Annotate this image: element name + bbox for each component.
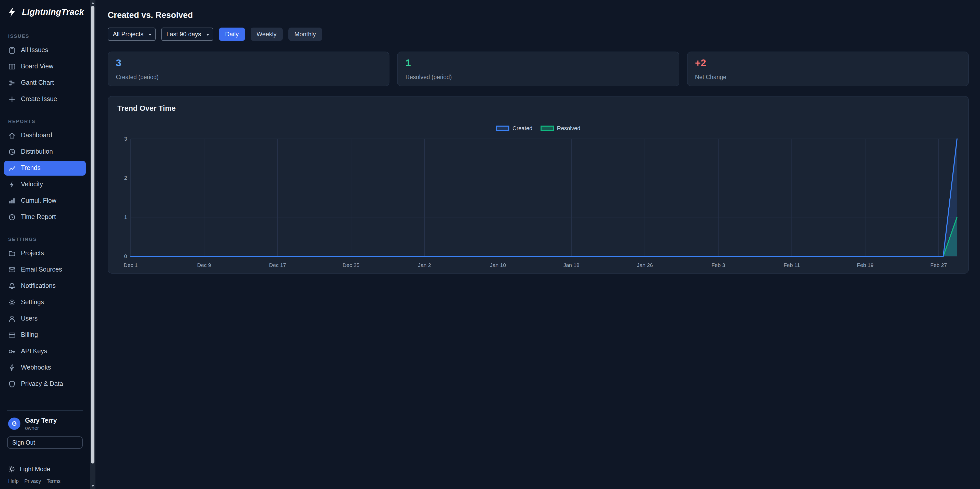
sidebar-item-label: Distribution <box>21 148 53 155</box>
svg-text:Dec 25: Dec 25 <box>342 262 360 268</box>
sidebar-item-projects[interactable]: Projects <box>4 246 86 261</box>
chart-title: Trend Over Time <box>115 104 961 112</box>
credit-card-icon <box>8 331 16 339</box>
privacy-link[interactable]: Privacy <box>24 478 41 484</box>
legend-swatch <box>496 126 509 131</box>
granularity-weekly-button[interactable]: Weekly <box>250 27 283 41</box>
sidebar-item-trends[interactable]: Trends <box>4 161 86 175</box>
legend-item-resolved[interactable]: Resolved <box>541 125 580 131</box>
project-filter-wrap: All Projects <box>108 27 156 41</box>
scrollbar-down-arrow-icon[interactable] <box>91 485 94 487</box>
sidebar-item-distribution[interactable]: Distribution <box>4 144 86 159</box>
zap-outline-icon <box>8 364 16 371</box>
sidebar-item-label: Users <box>21 315 38 322</box>
sidebar-item-notifications[interactable]: Notifications <box>4 279 86 293</box>
svg-text:Feb 11: Feb 11 <box>783 262 800 268</box>
sidebar-item-label: Notifications <box>21 282 56 290</box>
sidebar-item-label: Create Issue <box>21 96 57 103</box>
svg-text:Jan 18: Jan 18 <box>563 262 579 268</box>
bell-icon <box>8 282 16 290</box>
sidebar-item-label: Gantt Chart <box>21 79 54 86</box>
sidebar-item-privacy-data[interactable]: Privacy & Data <box>4 376 86 391</box>
sidebar-item-board-view[interactable]: Board View <box>4 59 86 74</box>
user-card: G Gary Terry owner <box>0 416 90 432</box>
scrollbar-thumb[interactable] <box>91 6 94 464</box>
sidebar-item-velocity[interactable]: Velocity <box>4 177 86 192</box>
chart-legend: CreatedResolved <box>115 124 961 132</box>
svg-text:0: 0 <box>124 253 127 259</box>
svg-text:1: 1 <box>124 214 127 220</box>
sidebar-item-label: Webhooks <box>21 364 51 371</box>
terms-link[interactable]: Terms <box>47 478 60 484</box>
sun-icon <box>8 465 15 473</box>
theme-toggle[interactable]: Light Mode <box>0 462 90 475</box>
sidebar-item-create-issue[interactable]: Create Issue <box>4 92 86 107</box>
legend-label: Created <box>512 125 532 131</box>
page-title: Created vs. Resolved <box>108 10 969 20</box>
sidebar-item-billing[interactable]: Billing <box>4 327 86 342</box>
footer-links: Help Privacy Terms <box>0 475 90 489</box>
granularity-monthly-button[interactable]: Monthly <box>288 27 322 41</box>
theme-toggle-label: Light Mode <box>20 465 50 473</box>
sidebar-item-label: Email Sources <box>21 266 62 273</box>
svg-text:Dec 1: Dec 1 <box>124 262 138 268</box>
shield-icon <box>8 380 16 388</box>
stat-label: Created (period) <box>116 74 382 80</box>
sidebar-item-label: Time Report <box>21 213 56 220</box>
svg-text:Feb 3: Feb 3 <box>711 262 725 268</box>
user-role: owner <box>25 425 57 431</box>
key-icon <box>8 347 16 355</box>
stat-label: Resolved (period) <box>406 74 671 80</box>
plus-icon <box>8 95 16 103</box>
sidebar-scrollbar <box>90 0 95 489</box>
sidebar-item-users[interactable]: Users <box>4 311 86 326</box>
sidebar-item-cumul-flow[interactable]: Cumul. Flow <box>4 193 86 208</box>
scrollbar-up-arrow-icon[interactable] <box>91 2 94 4</box>
envelope-icon <box>8 266 16 273</box>
user-name: Gary Terry <box>25 417 57 424</box>
app-name: LightningTrack <box>22 7 84 17</box>
legend-swatch <box>541 126 554 131</box>
sign-out-button[interactable]: Sign Out <box>7 436 83 449</box>
sidebar-item-settings[interactable]: Settings <box>4 295 86 310</box>
sidebar-item-label: Privacy & Data <box>21 380 63 387</box>
svg-text:Feb 19: Feb 19 <box>857 262 873 268</box>
sidebar-item-time-report[interactable]: Time Report <box>4 210 86 225</box>
divider <box>7 410 83 411</box>
range-filter-select[interactable]: Last 90 days <box>161 27 213 41</box>
help-link[interactable]: Help <box>8 478 19 484</box>
folder-icon <box>8 249 16 257</box>
gear-icon <box>8 298 16 306</box>
svg-text:2: 2 <box>124 175 127 181</box>
sidebar-item-label: API Keys <box>21 347 47 355</box>
granularity-daily-button[interactable]: Daily <box>219 27 245 41</box>
sidebar-item-email-sources[interactable]: Email Sources <box>4 262 86 277</box>
svg-text:Jan 2: Jan 2 <box>418 262 431 268</box>
clipboard-icon <box>8 46 16 54</box>
legend-item-created[interactable]: Created <box>496 125 532 131</box>
sidebar-item-all-issues[interactable]: All Issues <box>4 43 86 57</box>
stat-value: +2 <box>695 58 961 69</box>
svg-text:3: 3 <box>124 136 127 142</box>
clock-icon <box>8 213 16 221</box>
sidebar-item-api-keys[interactable]: API Keys <box>4 344 86 358</box>
sidebar-item-label: Board View <box>21 63 53 70</box>
project-filter-select[interactable]: All Projects <box>108 27 156 41</box>
home-icon <box>8 131 16 139</box>
stat-card-resolved: 1 Resolved (period) <box>397 51 679 86</box>
avatar: G <box>8 418 21 430</box>
sidebar-item-label: Velocity <box>21 181 43 188</box>
stat-card-net-change: +2 Net Change <box>687 51 969 86</box>
sidebar-item-gantt-chart[interactable]: Gantt Chart <box>4 75 86 90</box>
main-content: Created vs. Resolved All Projects Last 9… <box>95 0 980 489</box>
sidebar-bottom: G Gary Terry owner Sign Out Light Mode H… <box>0 405 90 489</box>
filter-bar: All Projects Last 90 days Daily Weekly M… <box>108 27 969 41</box>
gantt-bars-icon <box>8 79 16 86</box>
sidebar-item-dashboard[interactable]: Dashboard <box>4 128 86 143</box>
sidebar-item-label: Projects <box>21 250 44 257</box>
range-filter-wrap: Last 90 days <box>161 27 213 41</box>
section-heading-reports: REPORTS <box>0 118 90 124</box>
sidebar-item-webhooks[interactable]: Webhooks <box>4 360 86 375</box>
sidebar-item-label: Settings <box>21 299 44 306</box>
app-window: LightningTrack ISSUES All Issues Board V… <box>0 0 980 489</box>
